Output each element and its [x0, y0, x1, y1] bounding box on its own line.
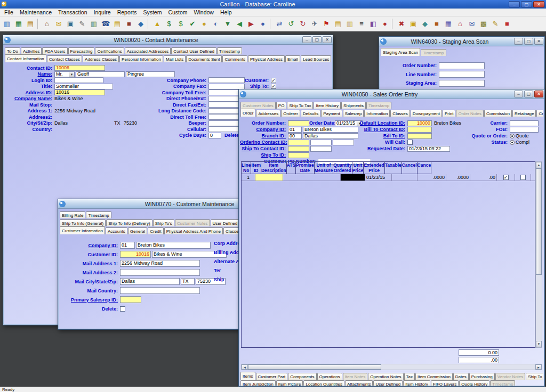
toolbar-button[interactable]: $	[175, 18, 187, 30]
toolbar-button[interactable]: ⌂	[41, 18, 53, 30]
customer-id-field[interactable]: 10016	[120, 251, 151, 258]
close-icon[interactable]: ✕	[534, 38, 543, 45]
ordering-contact-field[interactable]	[288, 140, 309, 145]
ordering-contact-label[interactable]: Ordering Contact ID:	[240, 140, 288, 145]
grid-vertical-scrollbar[interactable]: ▲ ▼	[535, 161, 542, 348]
toolbar-button[interactable]: ▤	[332, 18, 344, 30]
scroll-down-icon[interactable]: ▼	[536, 341, 542, 347]
ats-cell[interactable]	[341, 174, 365, 181]
tab[interactable]: Items	[240, 372, 255, 380]
toolbar-button[interactable]: ▲	[151, 18, 163, 30]
tab[interactable]: Item History	[403, 380, 430, 386]
menu-item[interactable]: Custom	[165, 9, 190, 17]
tab[interactable]: Ship To Tax	[287, 102, 313, 109]
tab[interactable]: Retainage	[512, 110, 536, 117]
toolbar-button[interactable]	[37, 19, 40, 29]
default-location-field[interactable]: 10000	[407, 120, 432, 126]
line-number-field[interactable]	[439, 71, 485, 78]
grid-column-header[interactable]: Item ID	[251, 162, 261, 174]
delete-checkbox[interactable]	[120, 306, 125, 312]
ordering-contact-name2[interactable]	[333, 140, 354, 145]
name-label[interactable]: Name:	[5, 71, 54, 77]
order-number-field[interactable]	[439, 62, 485, 69]
mail-address1-field[interactable]: 2256 Midway Road	[120, 260, 200, 267]
maximize-button[interactable]: ▢	[524, 91, 533, 97]
company-name-field[interactable]: Breton Bikes	[136, 242, 211, 249]
fob-field[interactable]	[510, 127, 539, 133]
tab[interactable]: Classes	[390, 110, 410, 117]
staging-area-field[interactable]	[439, 80, 485, 87]
grid-horizontal-scrollbar[interactable]: ◄ ►	[241, 364, 542, 370]
tab[interactable]: User Defined	[373, 380, 403, 386]
close-icon[interactable]: ✕	[534, 91, 543, 97]
toolbar-button[interactable]: ▤	[25, 18, 36, 30]
toolbar-button[interactable]: ✎	[489, 18, 501, 30]
default-location-label[interactable]: Default Location ID:	[355, 120, 407, 126]
ship-to-checkbox[interactable]: ✓	[271, 84, 276, 89]
tab[interactable]: Personal Information	[119, 55, 163, 62]
name-prefix-select[interactable]: Mr.▼	[54, 71, 75, 77]
menu-item[interactable]: Maintenance	[17, 9, 55, 17]
grid-column-header[interactable]: Promise Date	[296, 162, 315, 174]
tab[interactable]: Documents Sent	[186, 55, 222, 62]
tab[interactable]: Quote History	[459, 380, 489, 386]
tab[interactable]: Defaults	[301, 110, 320, 117]
tab[interactable]: Mail Lists	[164, 55, 186, 62]
tab[interactable]: Shipments	[341, 102, 366, 109]
ship-to-contact-name[interactable]	[310, 146, 332, 152]
tab[interactable]: Order	[240, 109, 255, 117]
grid-column-header[interactable]: Unit Price	[352, 162, 364, 174]
menu-item[interactable]: Window	[191, 9, 217, 17]
branch-id-label[interactable]: Branch ID:	[240, 133, 288, 138]
tab[interactable]: Ship To Info (General)	[60, 219, 106, 226]
toolbar-button[interactable]: ▦	[13, 18, 25, 30]
tab[interactable]: Timestamp	[421, 49, 446, 56]
tab[interactable]: Ship To Info (Delivery)	[106, 219, 152, 226]
grid-column-header[interactable]: Extended Price	[364, 162, 384, 174]
tab[interactable]: Timestamp	[217, 47, 242, 54]
grid-column-header[interactable]: Quantity Ordered	[333, 162, 352, 174]
ship-to-contact-label[interactable]: Ship To Contact ID:	[240, 146, 288, 151]
first-name-field[interactable]: Geoff	[76, 71, 125, 77]
tab[interactable]: Payment	[321, 110, 342, 117]
tab[interactable]: Accounts	[106, 227, 127, 234]
bill-to-contact-label[interactable]: Bill To Contact ID:	[355, 127, 407, 132]
toolbar-button[interactable]: ▥	[1, 18, 13, 30]
company-id-field[interactable]: 01	[120, 242, 135, 249]
tab[interactable]: Item Jurisdiction	[240, 380, 276, 386]
unit-of-measure-cell[interactable]	[392, 174, 417, 181]
toolbar-button[interactable]: ■	[501, 18, 513, 30]
tab[interactable]: Credit	[148, 227, 163, 234]
grid-column-header[interactable]: Cancel	[402, 162, 417, 174]
tab[interactable]: Downpayment	[411, 110, 442, 117]
requested-date-field[interactable]: 01/23/15 09:22	[407, 146, 450, 152]
toolbar-button[interactable]: ●	[257, 18, 269, 30]
tab[interactable]: Physical Address	[248, 55, 285, 62]
toolbar-button[interactable]: ▩	[478, 18, 489, 30]
tab[interactable]: Attachments	[345, 380, 373, 386]
toolbar-button[interactable]: ●	[198, 18, 210, 30]
toolbar-button[interactable]: ▥	[344, 18, 356, 30]
company-phone-field[interactable]	[208, 77, 245, 83]
item-description-cell[interactable]	[283, 174, 341, 181]
toolbar-button[interactable]: ◀	[234, 18, 245, 30]
tab[interactable]: Customer Notes	[175, 219, 210, 226]
contact-titlebar[interactable]: WIN00020 - Contact Maintenance – ▢ ✕	[3, 35, 333, 45]
item-id-cell[interactable]	[255, 174, 283, 181]
toolbar-button[interactable]	[392, 19, 395, 29]
tab[interactable]: Comments	[222, 55, 247, 62]
toolbar-button[interactable]: ▥	[88, 18, 100, 30]
scroll-right-icon[interactable]: ►	[535, 364, 542, 370]
tab[interactable]: Address Classes	[83, 55, 119, 62]
toolbar-button[interactable]: ●	[379, 18, 391, 30]
menu-item[interactable]: Transaction	[55, 9, 90, 17]
maximize-button[interactable]: ▢	[521, 1, 532, 7]
tab[interactable]: Forecasting	[68, 47, 95, 54]
tab[interactable]: Item History	[314, 102, 341, 109]
toolbar-button[interactable]: ▤	[111, 18, 123, 30]
bill-to-contact-field[interactable]	[407, 127, 432, 133]
grid-column-header[interactable]: Cance	[417, 162, 432, 174]
tab[interactable]: PO	[276, 102, 287, 109]
menu-item[interactable]: Inquire	[91, 9, 114, 17]
unit-price-cell[interactable]: .0000	[446, 174, 470, 181]
